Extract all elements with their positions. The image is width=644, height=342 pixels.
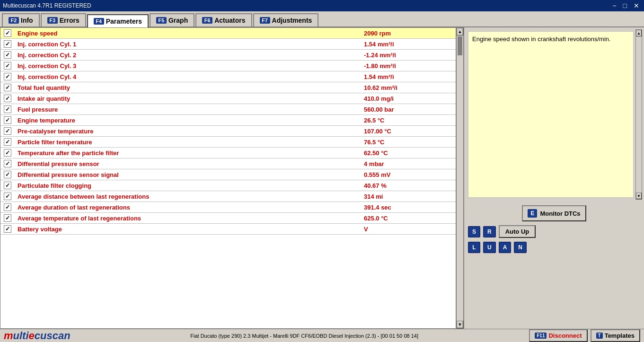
checkbox-cell[interactable] — [0, 158, 15, 169]
parameter-value: 62.50 °C — [361, 148, 456, 158]
disconnect-button[interactable]: F11 Disconnect — [529, 329, 587, 342]
parameter-checkbox[interactable] — [4, 116, 11, 124]
checkbox-cell[interactable] — [0, 115, 15, 126]
checkbox-cell[interactable] — [0, 82, 15, 93]
parameter-checkbox[interactable] — [4, 62, 11, 70]
content-area: Engine speed2090 rpmInj. correction Cyl.… — [0, 27, 644, 329]
table-scrollbar[interactable]: ▲ ▼ — [456, 27, 464, 329]
checkbox-cell[interactable] — [0, 71, 15, 82]
disconnect-label: Disconnect — [548, 332, 582, 339]
u-key[interactable]: U — [483, 242, 496, 253]
table-row: Engine speed2090 rpm — [0, 28, 456, 39]
checkbox-cell[interactable] — [0, 202, 15, 213]
close-button[interactable]: ✕ — [632, 2, 641, 9]
monitor-dtcs-button[interactable]: E Monitor DTCs — [522, 205, 586, 221]
parameter-checkbox[interactable] — [4, 225, 11, 233]
checkbox-cell[interactable] — [0, 169, 15, 180]
parameter-name: Particulate filter clogging — [15, 180, 361, 191]
desc-scrollbar[interactable]: ▲ ▼ — [635, 29, 642, 200]
checkbox-cell[interactable] — [0, 137, 15, 148]
tab-actuators[interactable]: F6 Actuators — [195, 13, 252, 26]
parameter-value: 10.62 mm³/i — [361, 82, 456, 93]
parameter-value: 107.00 °C — [361, 126, 456, 137]
tab-key-errors: F3 — [47, 17, 58, 24]
parameter-value: 26.5 °C — [361, 115, 456, 126]
parameter-checkbox[interactable] — [4, 160, 11, 167]
parameter-value: 4 mbar — [361, 158, 456, 169]
parameter-name: Battery voltage — [15, 224, 361, 235]
minimize-button[interactable]: − — [610, 2, 618, 9]
parameter-checkbox[interactable] — [4, 214, 11, 222]
parameters-table[interactable]: Engine speed2090 rpmInj. correction Cyl.… — [0, 27, 456, 329]
auto-up-button[interactable]: Auto Up — [499, 225, 536, 238]
tab-errors[interactable]: F3 Errors — [41, 13, 86, 26]
checkbox-cell[interactable] — [0, 104, 15, 115]
checkbox-cell[interactable] — [0, 28, 15, 39]
tab-adjustments[interactable]: F7 Adjustments — [253, 13, 319, 26]
buttons-area: E Monitor DTCs S R Auto Up L U A N — [464, 202, 644, 257]
parameter-value: -1.80 mm³/i — [361, 61, 456, 71]
tab-label-actuators: Actuators — [214, 17, 245, 24]
scroll-up-arrow[interactable]: ▲ — [457, 28, 463, 35]
desc-scroll-up[interactable]: ▲ — [636, 30, 642, 36]
table-row: Inj. correction Cyl. 41.54 mm³/i — [0, 71, 456, 82]
parameter-name: Engine temperature — [15, 115, 361, 126]
tab-label-parameters: Parameters — [106, 18, 142, 25]
parameter-name: Inj. correction Cyl. 1 — [15, 39, 361, 50]
checkbox-cell[interactable] — [0, 180, 15, 191]
checkbox-cell[interactable] — [0, 39, 15, 50]
checkbox-cell[interactable] — [0, 50, 15, 61]
s-key[interactable]: S — [468, 226, 480, 237]
parameter-checkbox[interactable] — [4, 203, 11, 211]
table-row: Particle filter temperature76.5 °C — [0, 137, 456, 148]
parameter-checkbox[interactable] — [4, 149, 11, 157]
scroll-thumb[interactable] — [458, 36, 462, 55]
table-row: Differential pressure sensor signal0.555… — [0, 169, 456, 180]
desc-scroll-down[interactable]: ▼ — [636, 193, 642, 199]
parameter-checkbox[interactable] — [4, 171, 11, 178]
scroll-down-arrow[interactable]: ▼ — [457, 321, 463, 328]
parameter-name: Differential pressure sensor signal — [15, 169, 361, 180]
parameter-value: 1.54 mm³/i — [361, 39, 456, 50]
parameter-checkbox[interactable] — [4, 95, 11, 102]
disconnect-key: F11 — [535, 333, 547, 339]
r-key[interactable]: R — [483, 226, 496, 237]
checkbox-cell[interactable] — [0, 148, 15, 158]
maximize-button[interactable]: □ — [621, 2, 629, 9]
l-key[interactable]: L — [468, 242, 480, 253]
parameter-name: Engine speed — [15, 28, 361, 39]
title-bar: Multiecuscan 4.7R1 REGISTERED − □ ✕ — [0, 0, 644, 11]
parameter-checkbox[interactable] — [4, 73, 11, 80]
checkbox-cell[interactable] — [0, 93, 15, 104]
tab-graph[interactable]: F5 Graph — [150, 13, 194, 26]
checkbox-cell[interactable] — [0, 213, 15, 224]
tab-parameters[interactable]: F4 Parameters — [87, 14, 149, 27]
parameter-checkbox[interactable] — [4, 40, 11, 48]
parameter-checkbox[interactable] — [4, 29, 11, 37]
parameter-name: Differential pressure sensor — [15, 158, 361, 169]
templates-button[interactable]: T Templates — [591, 329, 640, 342]
logo: multiecuscan — [4, 330, 79, 342]
parameter-value: 76.5 °C — [361, 137, 456, 148]
parameter-checkbox[interactable] — [4, 105, 11, 113]
checkbox-cell[interactable] — [0, 191, 15, 202]
parameter-checkbox[interactable] — [4, 193, 11, 200]
parameter-checkbox[interactable] — [4, 84, 11, 91]
table-row: Engine temperature26.5 °C — [0, 115, 456, 126]
checkbox-cell[interactable] — [0, 126, 15, 137]
tab-info[interactable]: F2 Info — [2, 13, 40, 26]
checkbox-cell[interactable] — [0, 224, 15, 235]
parameter-checkbox[interactable] — [4, 51, 11, 59]
table-row: Average duration of last regenerations39… — [0, 202, 456, 213]
parameter-checkbox[interactable] — [4, 182, 11, 189]
monitor-dtcs-row: E Monitor DTCs — [468, 205, 640, 221]
parameter-name: Intake air quantity — [15, 93, 361, 104]
checkbox-cell[interactable] — [0, 61, 15, 71]
a-key[interactable]: A — [499, 242, 512, 253]
parameter-checkbox[interactable] — [4, 138, 11, 146]
table-row: Inj. correction Cyl. 3-1.80 mm³/i — [0, 61, 456, 71]
parameter-checkbox[interactable] — [4, 127, 11, 135]
n-key[interactable]: N — [514, 242, 527, 253]
parameter-value: 2090 rpm — [361, 28, 456, 39]
parameter-value: V — [361, 224, 456, 235]
